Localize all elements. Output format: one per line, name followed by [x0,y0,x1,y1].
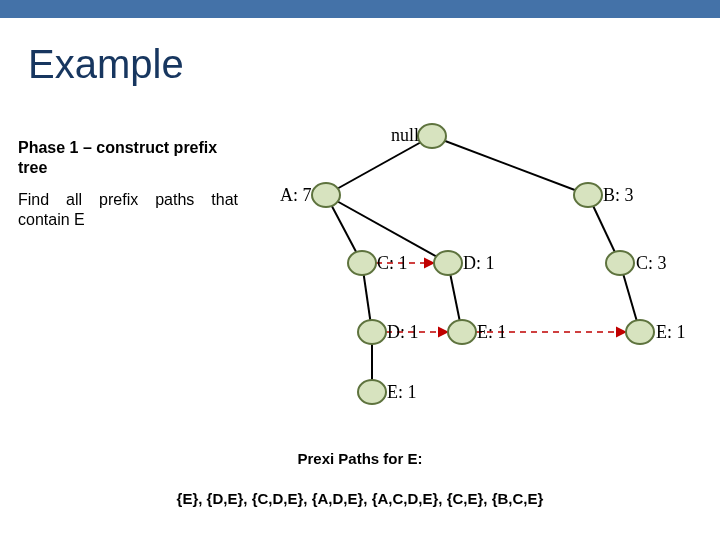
label-e1b: E: 1 [656,322,686,342]
node-e1-mid [448,320,476,344]
label-null: null [391,125,419,145]
label-c3: C: 3 [636,253,667,273]
node-a7 [312,183,340,207]
node-e1-right [626,320,654,344]
paths-header: Prexi Paths for E: [0,450,720,467]
label-a7: A: 7 [280,185,312,205]
edge-null-b [432,136,588,195]
label-d1b: D: 1 [387,322,419,342]
node-c1 [348,251,376,275]
label-d1a: D: 1 [463,253,495,273]
node-b3 [574,183,602,207]
node-null [418,124,446,148]
label-c1: C: 1 [377,253,408,273]
node-d1a [434,251,462,275]
node-c3 [606,251,634,275]
label-b3: B: 3 [603,185,634,205]
node-e1-left [358,380,386,404]
label-e1c: E: 1 [387,382,417,402]
label-e1a: E: 1 [477,322,507,342]
paths-list: {E}, {D,E}, {C,D,E}, {A,D,E}, {A,C,D,E},… [0,490,720,507]
node-d1b [358,320,386,344]
